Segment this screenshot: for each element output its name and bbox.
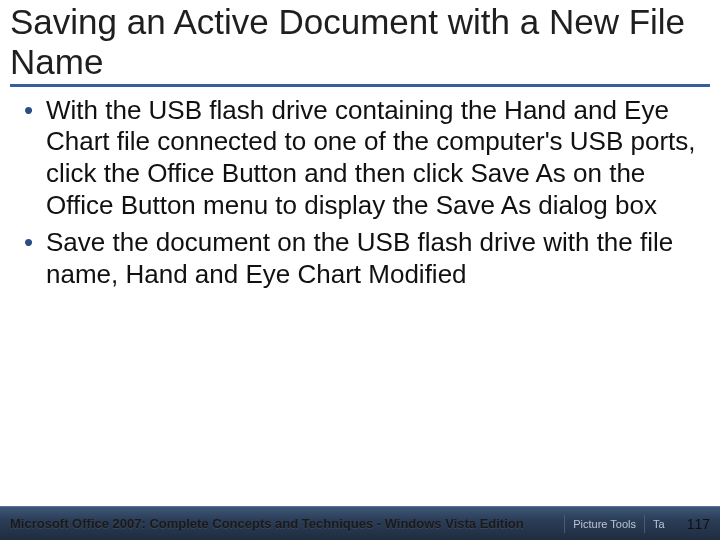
body-block: With the USB flash drive containing the … <box>0 87 720 291</box>
footer-segment-picture-tools: Picture Tools <box>564 515 644 533</box>
slide-title: Saving an Active Document with a New Fil… <box>10 2 710 87</box>
bullet-text: With the USB flash drive containing the … <box>46 95 696 220</box>
footer-segment-tab: Ta <box>644 515 673 533</box>
title-block: Saving an Active Document with a New Fil… <box>0 0 720 87</box>
bullet-text: Save the document on the USB flash drive… <box>46 227 673 289</box>
page-number: 117 <box>673 516 710 532</box>
bullet-item: Save the document on the USB flash drive… <box>24 227 696 290</box>
footer-text: Microsoft Office 2007: Complete Concepts… <box>10 516 564 531</box>
bullet-item: With the USB flash drive containing the … <box>24 95 696 222</box>
footer-bar: Microsoft Office 2007: Complete Concepts… <box>0 506 720 540</box>
bullet-list: With the USB flash drive containing the … <box>24 95 696 291</box>
slide: Saving an Active Document with a New Fil… <box>0 0 720 540</box>
